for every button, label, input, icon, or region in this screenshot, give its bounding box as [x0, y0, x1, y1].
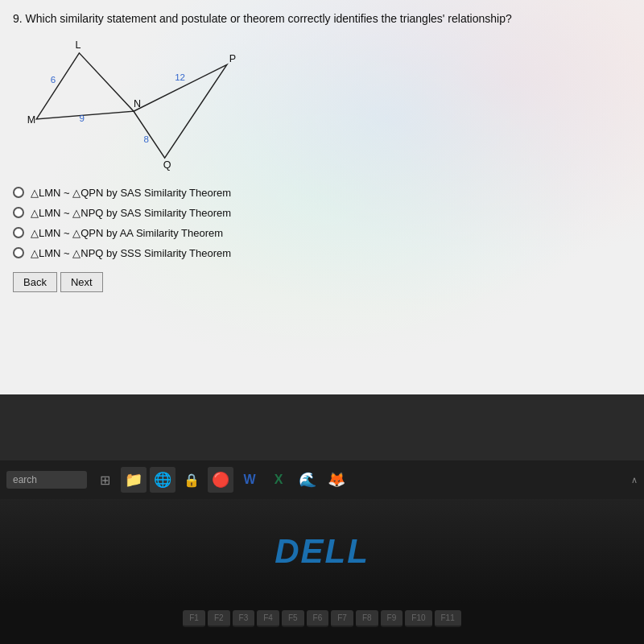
key-f8[interactable]: F8 [356, 610, 378, 627]
back-button[interactable]: Back [13, 272, 57, 292]
screen-content: 9. Which similarity statement and postul… [0, 0, 644, 394]
option-a-text: △LMN ~ △QPN by SAS Similarity Theorem [31, 187, 231, 199]
radio-d[interactable] [13, 247, 24, 258]
browser-icon[interactable]: 🌐 [150, 467, 175, 493]
search-area[interactable]: earch [6, 471, 87, 489]
option-b-text: △LMN ~ △NPQ by SAS Similarity Theorem [31, 207, 231, 219]
firefox-icon[interactable]: 🦊 [324, 467, 349, 493]
key-f4[interactable]: F4 [257, 610, 279, 627]
question-area: 9. Which similarity statement and postul… [0, 0, 644, 303]
options-area: △LMN ~ △QPN by SAS Similarity Theorem △L… [13, 187, 631, 259]
key-f2[interactable]: F2 [208, 610, 230, 627]
svg-text:8: 8 [144, 134, 149, 143]
option-b[interactable]: △LMN ~ △NPQ by SAS Similarity Theorem [13, 207, 631, 219]
question-text: 9. Which similarity statement and postul… [13, 11, 631, 27]
radio-c[interactable] [13, 227, 24, 238]
dell-logo-area: DELL [0, 499, 644, 604]
edge-icon[interactable]: 🌊 [295, 467, 320, 493]
svg-text:L: L [76, 39, 81, 51]
buttons-row: Back Next [13, 272, 631, 292]
radio-a[interactable] [13, 187, 24, 198]
system-tray: ∧ [631, 475, 638, 485]
key-f1[interactable]: F1 [183, 610, 205, 627]
option-d[interactable]: △LMN ~ △NPQ by SSS Similarity Theorem [13, 247, 631, 259]
radio-b[interactable] [13, 207, 24, 218]
keyboard-keys: F1 F2 F3 F4 F5 F6 F7 F8 F9 F10 F11 [0, 604, 644, 634]
dell-logo: DELL [275, 532, 369, 571]
keyboard-area: F1 F2 F3 F4 F5 F6 F7 F8 F9 F10 F11 [0, 604, 644, 644]
svg-text:6: 6 [51, 74, 56, 84]
svg-text:Q: Q [163, 159, 171, 170]
svg-text:P: P [229, 53, 236, 64]
key-f10[interactable]: F10 [405, 610, 431, 627]
tray-arrow[interactable]: ∧ [631, 475, 638, 485]
option-c-text: △LMN ~ △QPN by AA Similarity Theorem [31, 227, 223, 239]
svg-marker-0 [36, 52, 134, 118]
key-f6[interactable]: F6 [307, 610, 329, 627]
next-button[interactable]: Next [60, 272, 103, 292]
option-d-text: △LMN ~ △NPQ by SSS Similarity Theorem [31, 247, 231, 259]
key-f11[interactable]: F11 [435, 610, 461, 627]
key-f7[interactable]: F7 [331, 610, 353, 627]
svg-text:9: 9 [79, 113, 84, 122]
svg-text:12: 12 [175, 72, 185, 81]
key-f5[interactable]: F5 [282, 610, 304, 627]
chrome-icon[interactable]: 🔴 [208, 467, 233, 493]
excel-icon[interactable]: X [266, 467, 291, 493]
key-f9[interactable]: F9 [381, 610, 403, 627]
svg-text:M: M [27, 114, 35, 125]
search-text: earch [13, 474, 37, 485]
key-f3[interactable]: F3 [233, 610, 255, 627]
option-c[interactable]: △LMN ~ △QPN by AA Similarity Theorem [13, 227, 631, 239]
option-a[interactable]: △LMN ~ △QPN by SAS Similarity Theorem [13, 187, 631, 199]
taskbar-icons: ⊞ 📁 🌐 🔒 🔴 W X 🌊 🦊 [92, 467, 349, 493]
file-explorer-icon[interactable]: 📁 [121, 467, 147, 493]
word-icon[interactable]: W [237, 467, 262, 493]
windows-icon[interactable]: ⊞ [92, 467, 118, 493]
laptop-area: earch ⊞ 📁 🌐 🔒 🔴 W X 🌊 🦊 ∧ [0, 394, 644, 644]
geometry-diagram: L M N P Q 6 9 12 8 [21, 37, 246, 174]
taskbar: earch ⊞ 📁 🌐 🔒 🔴 W X 🌊 🦊 ∧ [0, 460, 644, 499]
lock-icon[interactable]: 🔒 [179, 467, 204, 493]
svg-text:N: N [134, 98, 141, 109]
diagram-container: L M N P Q 6 9 12 8 [21, 37, 246, 174]
